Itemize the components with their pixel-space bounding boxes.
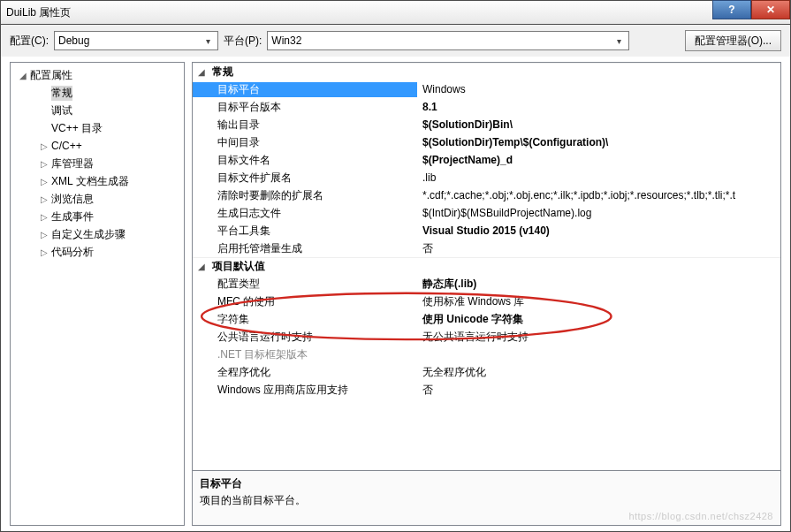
tree-item[interactable]: ▷生成事件 bbox=[11, 208, 184, 225]
grid-key: 配置类型 bbox=[193, 277, 417, 292]
tree-item[interactable]: ▷自定义生成步骤 bbox=[11, 225, 184, 243]
grid-row[interactable]: 目标文件扩展名.lib bbox=[193, 169, 780, 186]
grid-key: 目标平台版本 bbox=[193, 100, 417, 115]
grid-row[interactable]: 启用托管增量生成否 bbox=[193, 239, 780, 257]
grid-value: 否 bbox=[417, 241, 780, 256]
expand-icon: ▷ bbox=[39, 212, 49, 222]
grid-section-header[interactable]: ◢常规 bbox=[193, 63, 780, 80]
collapse-icon: ◢ bbox=[18, 71, 28, 80]
grid-key: 全程序优化 bbox=[193, 365, 417, 380]
collapse-icon: ◢ bbox=[198, 262, 209, 271]
property-grid: ◢常规目标平台Windows目标平台版本8.1输出目录$(SolutionDir… bbox=[192, 62, 781, 471]
grid-value: 无公共语言运行时支持 bbox=[417, 330, 780, 345]
grid-key: 清除时要删除的扩展名 bbox=[193, 188, 417, 203]
help-button[interactable]: ? bbox=[712, 0, 751, 19]
tree-item[interactable]: ▷浏览信息 bbox=[11, 190, 184, 208]
config-combo[interactable]: Debug ▾ bbox=[54, 31, 218, 50]
grid-key: Windows 应用商店应用支持 bbox=[193, 383, 417, 398]
collapse-icon: ◢ bbox=[198, 67, 209, 77]
expand-icon: ▷ bbox=[39, 194, 49, 204]
platform-value: Win32 bbox=[271, 34, 612, 47]
grid-value: $(SolutionDir)Temp\$(Configuration)\ bbox=[417, 136, 780, 148]
platform-label: 平台(P): bbox=[224, 34, 262, 49]
grid-value: 否 bbox=[417, 383, 780, 398]
grid-key: 启用托管增量生成 bbox=[193, 241, 417, 256]
close-button[interactable]: ✕ bbox=[751, 0, 790, 19]
grid-value: 无全程序优化 bbox=[417, 365, 780, 380]
grid-row[interactable]: 清除时要删除的扩展名*.cdf;*.cache;*.obj;*.obj.enc;… bbox=[193, 186, 780, 204]
right-panel: ◢常规目标平台Windows目标平台版本8.1输出目录$(SolutionDir… bbox=[192, 62, 781, 526]
grid-row[interactable]: 字符集使用 Unicode 字符集 bbox=[193, 310, 780, 328]
grid-value: 8.1 bbox=[417, 101, 780, 113]
window-title: DuiLib 属性页 bbox=[6, 5, 71, 20]
tree-item[interactable]: 调试 bbox=[11, 102, 184, 119]
grid-row[interactable]: 中间目录$(SolutionDir)Temp\$(Configuration)\ bbox=[193, 133, 780, 151]
grid-key: 字符集 bbox=[193, 312, 417, 327]
grid-value: Windows bbox=[417, 83, 780, 95]
grid-row[interactable]: Windows 应用商店应用支持否 bbox=[193, 381, 780, 399]
grid-value: $(ProjectName)_d bbox=[417, 154, 780, 166]
grid-value: .lib bbox=[417, 171, 780, 184]
tree: ◢配置属性常规调试VC++ 目录▷C/C++▷库管理器▷XML 文档生成器▷浏览… bbox=[11, 63, 184, 264]
grid-row[interactable]: 目标文件名$(ProjectName)_d bbox=[193, 151, 780, 169]
expand-icon: ▷ bbox=[39, 159, 49, 169]
grid-key: 中间目录 bbox=[193, 135, 417, 150]
config-manager-button[interactable]: 配置管理器(O)... bbox=[685, 30, 781, 51]
sidebar: ◢配置属性常规调试VC++ 目录▷C/C++▷库管理器▷XML 文档生成器▷浏览… bbox=[10, 62, 185, 526]
expand-icon: ▷ bbox=[39, 177, 49, 186]
description-text: 项目的当前目标平台。 bbox=[200, 493, 773, 508]
tree-item[interactable]: 常规 bbox=[11, 84, 184, 102]
grid-value: 使用标准 Windows 库 bbox=[417, 294, 780, 309]
grid-row[interactable]: 目标平台Windows bbox=[193, 80, 780, 98]
titlebar: DuiLib 属性页 ? ✕ bbox=[0, 0, 791, 25]
tree-item[interactable]: ▷C/C++ bbox=[11, 137, 184, 155]
grid-value: $(IntDir)$(MSBuildProjectName).log bbox=[417, 207, 780, 219]
grid-row[interactable]: 全程序优化无全程序优化 bbox=[193, 363, 780, 381]
expand-icon: ▷ bbox=[39, 247, 49, 257]
tree-item[interactable]: ▷库管理器 bbox=[11, 155, 184, 172]
grid-value: 静态库(.lib) bbox=[417, 277, 780, 292]
grid-row[interactable]: 公共语言运行时支持无公共语言运行时支持 bbox=[193, 328, 780, 346]
grid-value: Visual Studio 2015 (v140) bbox=[417, 224, 780, 237]
grid-key: 公共语言运行时支持 bbox=[193, 330, 417, 345]
grid-key: 目标平台 bbox=[193, 82, 417, 97]
main-area: ◢配置属性常规调试VC++ 目录▷C/C++▷库管理器▷XML 文档生成器▷浏览… bbox=[0, 57, 791, 532]
tree-root[interactable]: ◢配置属性 bbox=[11, 66, 184, 84]
grid-key: .NET 目标框架版本 bbox=[193, 347, 417, 362]
chevron-down-icon: ▾ bbox=[612, 36, 625, 46]
grid-key: 目标文件名 bbox=[193, 153, 417, 168]
expand-icon: ▷ bbox=[39, 230, 49, 239]
grid-value: *.cdf;*.cache;*.obj;*.obj.enc;*.ilk;*.ip… bbox=[417, 189, 780, 201]
config-value: Debug bbox=[58, 34, 202, 47]
grid-key: 平台工具集 bbox=[193, 224, 417, 239]
toolbar: 配置(C): Debug ▾ 平台(P): Win32 ▾ 配置管理器(O)..… bbox=[0, 25, 791, 57]
grid-row[interactable]: 输出目录$(SolutionDir)Bin\ bbox=[193, 116, 780, 133]
watermark: https://blog.csdn.net/chsz2428 bbox=[628, 511, 773, 521]
platform-combo[interactable]: Win32 ▾ bbox=[267, 31, 629, 50]
grid-key: MFC 的使用 bbox=[193, 294, 417, 309]
grid-value: 使用 Unicode 字符集 bbox=[417, 312, 780, 327]
grid-row[interactable]: .NET 目标框架版本 bbox=[193, 346, 780, 363]
grid-section-header[interactable]: ◢项目默认值 bbox=[193, 257, 780, 275]
tree-item[interactable]: ▷代码分析 bbox=[11, 243, 184, 261]
grid-key: 目标文件扩展名 bbox=[193, 171, 417, 186]
grid-value: $(SolutionDir)Bin\ bbox=[417, 118, 780, 131]
grid-key: 生成日志文件 bbox=[193, 206, 417, 221]
grid-row[interactable]: 平台工具集Visual Studio 2015 (v140) bbox=[193, 222, 780, 239]
grid-key: 输出目录 bbox=[193, 118, 417, 133]
expand-icon: ▷ bbox=[39, 141, 49, 151]
chevron-down-icon: ▾ bbox=[202, 36, 214, 46]
grid-row[interactable]: 生成日志文件$(IntDir)$(MSBuildProjectName).log bbox=[193, 204, 780, 222]
description-title: 目标平台 bbox=[200, 476, 773, 491]
grid-row[interactable]: MFC 的使用使用标准 Windows 库 bbox=[193, 293, 780, 310]
config-label: 配置(C): bbox=[10, 34, 49, 49]
grid-row[interactable]: 目标平台版本8.1 bbox=[193, 98, 780, 116]
grid-row[interactable]: 配置类型静态库(.lib) bbox=[193, 275, 780, 293]
tree-item[interactable]: ▷XML 文档生成器 bbox=[11, 172, 184, 190]
tree-item[interactable]: VC++ 目录 bbox=[11, 119, 184, 137]
